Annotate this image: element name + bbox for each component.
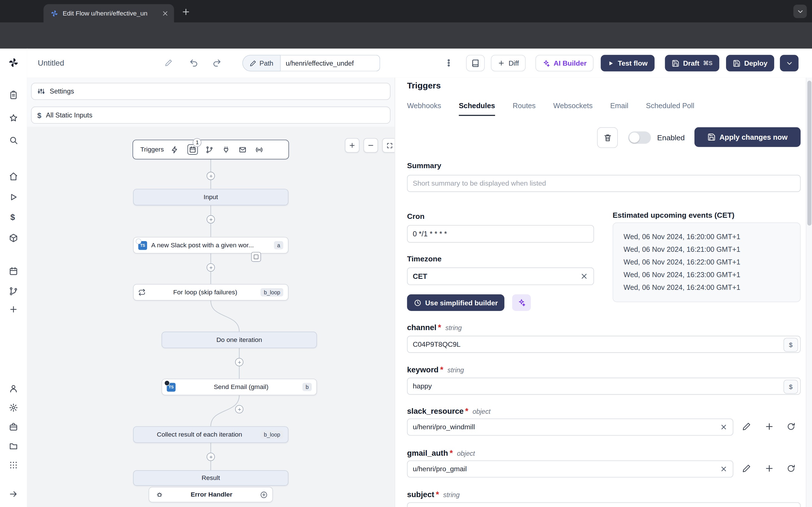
deploy-dropdown-button[interactable] <box>780 55 799 71</box>
apps-icon[interactable] <box>9 91 18 100</box>
insert-variable-button[interactable]: $ <box>783 338 798 352</box>
workspace-briefcase-icon[interactable] <box>9 422 18 432</box>
zoom-in-button[interactable] <box>345 138 359 152</box>
iteration-node[interactable]: Do one iteration <box>161 332 317 348</box>
forloop-node[interactable]: For loop (skip failures) b_loop <box>133 284 289 300</box>
deploy-button[interactable]: Deploy <box>726 55 774 71</box>
apply-changes-button[interactable]: Apply changes now <box>695 127 801 147</box>
enabled-toggle[interactable] <box>628 131 651 144</box>
slack-step-node[interactable]: TS A new Slack post with a given wor... … <box>133 237 289 253</box>
test-flow-button[interactable]: Test flow <box>601 55 654 71</box>
flows-branch-icon[interactable] <box>9 287 18 296</box>
collapse-module-button[interactable] <box>251 252 261 262</box>
favorites-star-icon[interactable] <box>9 113 18 122</box>
settings-row[interactable]: Settings <box>31 83 391 100</box>
tab-scheduled-poll[interactable]: Scheduled Poll <box>646 101 695 116</box>
add-step-button[interactable] <box>207 453 215 461</box>
edit-resource-pencil-icon[interactable] <box>742 464 751 473</box>
simplified-builder-button[interactable]: Use simplified builder <box>407 294 505 311</box>
error-handler-node[interactable]: Error Handler <box>149 487 273 502</box>
tab-webhooks[interactable]: Webhooks <box>407 101 441 116</box>
clear-resource-icon[interactable] <box>720 423 728 431</box>
clear-resource-icon[interactable] <box>720 465 728 473</box>
path-input[interactable] <box>281 55 380 71</box>
slack-resource-input[interactable] <box>407 418 733 436</box>
more-options-kebab-icon[interactable] <box>444 59 453 67</box>
triggers-node[interactable]: Triggers 1 <box>133 140 289 159</box>
clear-timezone-icon[interactable] <box>580 272 588 280</box>
input-node[interactable]: Input <box>133 189 289 205</box>
draft-button[interactable]: Draft ⌘S <box>665 55 719 71</box>
window-chevron-button[interactable] <box>794 5 807 18</box>
ai-cron-button[interactable] <box>512 294 531 311</box>
scrollbar-thumb[interactable] <box>807 81 811 226</box>
home-icon[interactable] <box>9 172 18 181</box>
tab-schedules[interactable]: Schedules <box>459 101 495 116</box>
variables-dollar-icon[interactable]: $ <box>10 213 15 222</box>
poll-trigger-icon[interactable] <box>255 146 263 154</box>
browser-tab[interactable]: Edit Flow u/henri/effective_un <box>43 4 174 23</box>
search-icon[interactable] <box>9 135 18 145</box>
timezone-input[interactable] <box>407 268 594 285</box>
subject-input[interactable] <box>407 502 801 507</box>
windmill-logo[interactable] <box>8 57 19 68</box>
zoom-out-button[interactable] <box>363 138 378 152</box>
tab-websockets[interactable]: Websockets <box>553 101 593 116</box>
slack-step-label: A new Slack post with a given wor... <box>151 242 274 249</box>
refresh-resource-icon[interactable] <box>786 464 795 473</box>
routes-trigger-icon[interactable] <box>206 146 214 154</box>
rename-pencil-icon[interactable] <box>165 59 172 67</box>
grid-menu-icon[interactable] <box>9 460 18 470</box>
resources-cube-icon[interactable] <box>9 233 18 242</box>
flow-name[interactable]: Untitled <box>38 55 64 71</box>
undo-icon[interactable] <box>190 59 198 67</box>
result-node[interactable]: Result <box>133 470 289 486</box>
tab-routes[interactable]: Routes <box>513 101 536 116</box>
user-icon[interactable] <box>9 384 18 393</box>
error-handler-label: Error Handler <box>163 491 260 498</box>
add-step-button[interactable] <box>235 358 243 366</box>
email-trigger-icon[interactable] <box>239 146 247 154</box>
path-button[interactable]: Path <box>243 55 281 71</box>
triggers-config-panel: Triggers Webhooks Schedules Routes Webso… <box>395 78 812 507</box>
settings-gear-icon[interactable] <box>9 403 18 412</box>
add-step-button[interactable] <box>207 215 215 223</box>
webhook-trigger-icon[interactable] <box>171 146 179 154</box>
collect-node[interactable]: Collect result of each iteration b_loop <box>133 426 289 443</box>
insert-variable-button[interactable]: $ <box>783 380 798 394</box>
expand-rail-arrow-icon[interactable] <box>9 490 18 499</box>
summary-input[interactable] <box>407 175 801 192</box>
diff-button[interactable]: Diff <box>491 55 525 71</box>
panel-scrollbar[interactable] <box>806 78 812 507</box>
delete-schedule-button[interactable] <box>597 127 618 148</box>
fit-view-button[interactable] <box>382 138 395 152</box>
runs-play-icon[interactable] <box>9 192 18 202</box>
add-step-button[interactable] <box>235 405 243 413</box>
flow-canvas[interactable]: Triggers 1 <box>27 127 395 507</box>
tab-close-icon[interactable] <box>161 10 169 17</box>
new-tab-button[interactable] <box>181 7 191 17</box>
schedule-trigger-selected[interactable]: 1 <box>188 144 198 155</box>
keyword-input[interactable] <box>407 378 801 395</box>
websocket-trigger-icon[interactable] <box>222 146 231 154</box>
all-static-inputs-row[interactable]: $ All Static Inputs <box>31 107 391 124</box>
add-step-button[interactable] <box>207 263 215 272</box>
schedules-calendar-icon[interactable] <box>9 267 18 276</box>
add-resource-plus-icon[interactable] <box>764 421 774 432</box>
add-resource-plus-icon[interactable] <box>764 464 774 473</box>
forloop-label: For loop (skip failures) <box>150 289 261 296</box>
email-step-node[interactable]: TS Send Email (gmail) b <box>161 379 317 395</box>
add-step-button[interactable] <box>207 172 215 180</box>
edit-resource-pencil-icon[interactable] <box>742 422 751 431</box>
folders-icon[interactable] <box>9 441 18 451</box>
add-icon[interactable] <box>9 305 18 314</box>
channel-input[interactable] <box>407 336 801 353</box>
gmail-auth-input[interactable] <box>407 460 733 478</box>
cron-input[interactable] <box>407 225 594 242</box>
docs-book-button[interactable] <box>466 55 485 71</box>
add-error-handler-icon[interactable] <box>260 491 268 499</box>
tab-email[interactable]: Email <box>610 101 628 116</box>
redo-icon[interactable] <box>212 59 221 67</box>
refresh-resource-icon[interactable] <box>786 422 795 431</box>
ai-builder-button[interactable]: AI Builder <box>536 55 593 71</box>
